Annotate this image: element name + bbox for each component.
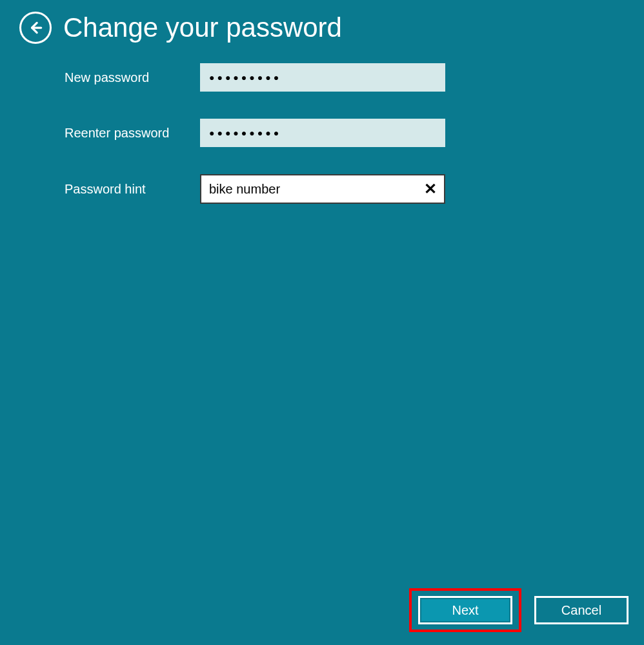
password-mask: ●●●●●●●●● bbox=[209, 73, 281, 82]
next-button[interactable]: Next bbox=[418, 596, 512, 624]
header: Change your password bbox=[0, 0, 644, 44]
cancel-wrap: Cancel bbox=[534, 591, 629, 630]
new-password-label: New password bbox=[65, 70, 200, 85]
password-hint-label: Password hint bbox=[65, 182, 200, 197]
cancel-button[interactable]: Cancel bbox=[534, 596, 629, 624]
back-button[interactable] bbox=[19, 12, 52, 44]
close-icon: ✕ bbox=[424, 180, 437, 198]
reenter-password-field-wrap: ●●●●●●●●● bbox=[200, 119, 445, 147]
next-button-highlight: Next bbox=[409, 588, 521, 632]
new-password-field-wrap: ●●●●●●●●● bbox=[200, 63, 445, 92]
password-hint-input[interactable] bbox=[200, 174, 445, 204]
password-form: New password ●●●●●●●●● Reenter password … bbox=[0, 44, 644, 204]
clear-hint-button[interactable]: ✕ bbox=[421, 179, 440, 199]
footer: Next Cancel bbox=[409, 588, 629, 632]
reenter-password-input[interactable]: ●●●●●●●●● bbox=[200, 119, 445, 147]
arrow-left-icon bbox=[27, 19, 44, 36]
reenter-password-label: Reenter password bbox=[65, 126, 200, 141]
password-hint-field-wrap: ✕ bbox=[200, 174, 445, 204]
new-password-input[interactable]: ●●●●●●●●● bbox=[200, 63, 445, 92]
page-title: Change your password bbox=[63, 12, 342, 43]
password-hint-row: Password hint ✕ bbox=[65, 174, 644, 204]
new-password-row: New password ●●●●●●●●● bbox=[65, 63, 644, 92]
password-mask: ●●●●●●●●● bbox=[209, 128, 281, 137]
reenter-password-row: Reenter password ●●●●●●●●● bbox=[65, 119, 644, 147]
